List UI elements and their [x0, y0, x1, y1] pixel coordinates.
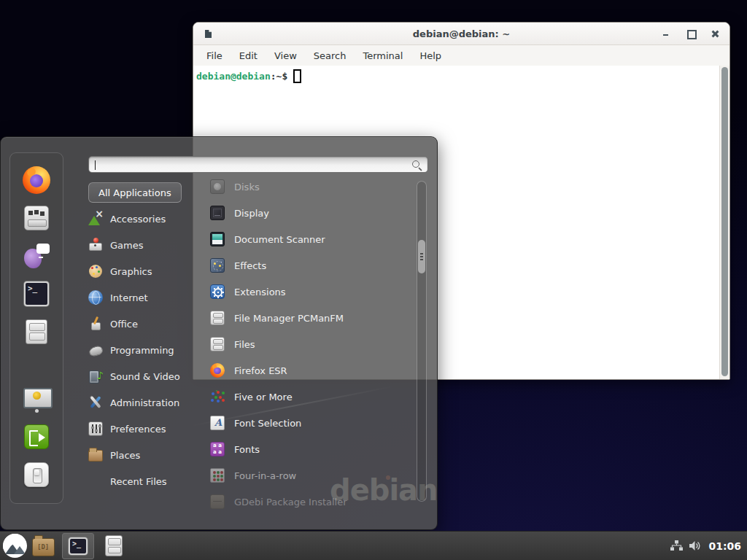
preferences-icon — [88, 421, 103, 436]
sound-video-icon — [88, 369, 103, 384]
desktop: debian debian@debian: ~ FileEditViewSear… — [0, 0, 747, 560]
menubar-file[interactable]: File — [206, 50, 222, 61]
search-box[interactable] — [88, 156, 428, 173]
app-label: Files — [234, 339, 255, 350]
docscan-icon — [210, 232, 225, 246]
category-games[interactable]: Games — [88, 232, 208, 258]
category-programming[interactable]: Programming — [88, 337, 208, 363]
window-menu-icon[interactable] — [205, 30, 212, 38]
prompt-suffix: :~$ — [271, 71, 287, 82]
category-label: Sound & Video — [110, 371, 180, 382]
category-recent-files[interactable]: Recent Files — [88, 468, 208, 494]
clock[interactable]: 01:06 — [708, 540, 741, 552]
category-office[interactable]: Office — [88, 311, 208, 337]
menu-scrollbar-handle[interactable] — [418, 240, 425, 273]
favorite-terminal[interactable] — [22, 281, 51, 306]
menubar-terminal[interactable]: Terminal — [363, 50, 403, 61]
games-icon — [88, 238, 103, 252]
app-item-five-or-more[interactable]: Five or More — [210, 384, 416, 410]
app-item-files[interactable]: Files — [210, 331, 416, 357]
app-item-extensions[interactable]: Extensions — [210, 279, 416, 305]
fontsel-icon — [210, 416, 225, 430]
app-label: Four-in-a-row — [234, 470, 296, 481]
places-icon — [88, 448, 103, 462]
favorites-panel — [9, 152, 63, 504]
category-label: Recent Files — [110, 476, 167, 487]
office-icon — [88, 316, 103, 331]
minimize-button[interactable] — [661, 28, 671, 39]
terminal-titlebar[interactable]: debian@debian: ~ — [193, 23, 729, 45]
cabinet-icon — [210, 337, 225, 351]
category-internet[interactable]: Internet — [88, 284, 208, 311]
app-label: Disks — [234, 182, 260, 192]
menu-logo-icon — [3, 534, 27, 553]
volume-icon[interactable] — [689, 540, 702, 551]
app-item-fonts[interactable]: Fonts — [210, 436, 416, 462]
shutdown-icon — [24, 462, 49, 487]
network-icon[interactable] — [670, 540, 683, 551]
administration-icon — [88, 395, 103, 410]
menu-button[interactable] — [3, 534, 27, 558]
app-item-disks[interactable]: Disks — [210, 174, 416, 200]
category-list: AccessoriesGamesGraphicsInternetOfficePr… — [88, 206, 208, 494]
application-list: DisksDisplayDocument ScannerEffectsExten… — [210, 174, 416, 509]
prompt-user: debian@debian — [196, 71, 271, 82]
favorite-shutdown[interactable] — [22, 462, 51, 487]
maximize-button[interactable] — [686, 28, 696, 39]
search-input[interactable] — [89, 157, 427, 172]
category-label: Games — [110, 240, 143, 251]
category-places[interactable]: Places — [88, 442, 208, 468]
control-center-icon — [24, 206, 49, 230]
app-item-effects[interactable]: Effects — [210, 252, 416, 279]
menu-scrollbar[interactable] — [417, 181, 427, 502]
app-item-display[interactable]: Display — [210, 200, 416, 226]
favorite-lock-screen[interactable] — [22, 386, 51, 411]
app-item-file-manager-pcmanfm[interactable]: File Manager PCManFM — [210, 305, 416, 331]
favorite-logout[interactable] — [22, 424, 51, 449]
terminal-cursor — [293, 69, 301, 83]
system-tray: 01:06 — [670, 540, 741, 552]
app-item-document-scanner[interactable]: Document Scanner — [210, 226, 416, 252]
category-administration[interactable]: Administration — [88, 389, 208, 416]
all-applications-button[interactable]: All Applications — [88, 182, 182, 203]
lock-screen-icon — [23, 388, 50, 410]
accessories-icon — [88, 211, 103, 226]
terminal-scrollbar-handle[interactable] — [721, 67, 728, 376]
close-button[interactable] — [711, 28, 721, 39]
menubar-view[interactable]: View — [274, 50, 297, 61]
menubar-help[interactable]: Help — [419, 50, 441, 61]
app-label: Five or More — [234, 392, 293, 402]
file-manager-launcher[interactable] — [32, 538, 55, 556]
fonts-icon — [210, 442, 225, 456]
terminal-menubar: FileEditViewSearchTerminalHelp — [193, 45, 729, 66]
favorite-pidgin[interactable] — [22, 244, 51, 268]
menubar-search[interactable]: Search — [314, 50, 347, 61]
category-graphics[interactable]: Graphics — [88, 258, 208, 284]
files-launcher[interactable] — [105, 535, 123, 556]
taskbar: 01:06 — [0, 531, 747, 560]
display-icon — [210, 206, 225, 220]
app-item-firefox-esr[interactable]: Firefox ESR — [210, 357, 416, 384]
category-sound-video[interactable]: Sound & Video — [88, 363, 208, 389]
app-label: Firefox ESR — [234, 365, 287, 376]
category-preferences[interactable]: Preferences — [88, 416, 208, 442]
app-item-font-selection[interactable]: Font Selection — [210, 410, 416, 436]
category-label: Internet — [110, 292, 148, 303]
menubar-edit[interactable]: Edit — [239, 50, 258, 61]
app-item-four-in-a-row[interactable]: Four-in-a-row — [210, 462, 416, 489]
terminal-scrollbar[interactable] — [719, 66, 729, 379]
terminal-task-button[interactable] — [62, 533, 94, 559]
firefox-icon — [210, 363, 225, 378]
four-icon — [210, 468, 225, 483]
application-menu: All Applications AccessoriesGamesGraphic… — [0, 136, 438, 530]
category-label: Programming — [110, 345, 174, 356]
app-label: Fonts — [234, 444, 260, 455]
favorite-firefox[interactable] — [22, 168, 51, 192]
favorite-file-manager[interactable] — [22, 319, 51, 344]
app-label: Font Selection — [234, 418, 301, 429]
category-label: Places — [110, 450, 140, 461]
app-item-gdebi-package-installer[interactable]: GDebi Package Installer — [210, 489, 416, 509]
category-accessories[interactable]: Accessories — [88, 206, 208, 232]
effects-icon — [210, 258, 225, 273]
favorite-control-center[interactable] — [22, 206, 51, 230]
